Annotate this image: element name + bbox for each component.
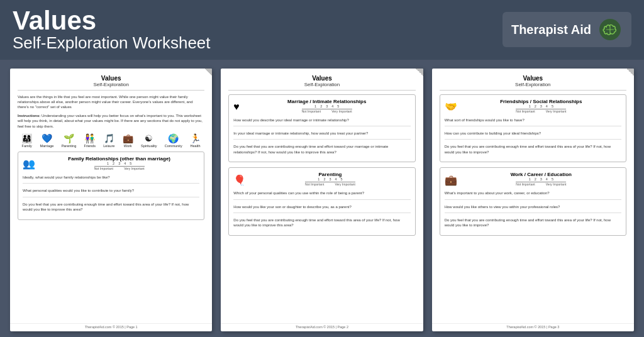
work-section-header: 💼 Work / Career / Education 1 2 3 4 5 — [445, 172, 621, 188]
page-1-title: Values — [18, 75, 204, 82]
corner-fold-3 — [626, 69, 634, 76]
page-1-footer: TherapistAid.com © 2015 | Page 1 — [10, 323, 212, 329]
page-1-header: Values Self-Exploration — [18, 75, 204, 91]
friendships-scale-numbers: 1 2 3 4 5 — [461, 104, 621, 108]
friendships-scale-labels: Not Important Very Important — [516, 109, 566, 113]
main-subtitle: Self-Exploration Worksheet — [13, 34, 211, 52]
parenting-q3: Do you feel that you are contributing en… — [233, 218, 410, 231]
page-2-footer: TherapistAid.com © 2015 | Page 2 — [221, 323, 423, 329]
parenting-scale: 1 2 3 4 5 Not Important Very Important — [250, 177, 410, 186]
header-title-block: Values Self-Exploration Worksheet — [13, 8, 211, 52]
logo-area: Therapist Aid — [502, 12, 631, 47]
marriage-q1: How would you describe your ideal marria… — [233, 118, 410, 126]
icon-spirituality: ☯ Spirituality — [141, 134, 157, 148]
family-q1: Ideally, what would your family relation… — [23, 175, 199, 184]
friendships-title-area: Friendships / Social Relationships 1 2 3… — [461, 99, 621, 115]
work-q2: How would you like others to view you wi… — [445, 204, 621, 213]
work-scale: 1 2 3 4 5 Not Important Very Important — [461, 177, 621, 186]
parenting-scale-labels: Not Important Very Important — [305, 182, 355, 186]
icon-community: 🌍 Community — [165, 134, 182, 148]
marriage-title-area: Marriage / Intimate Relationships 1 2 3 … — [243, 99, 411, 115]
scale-left: Not Important — [94, 167, 113, 170]
marriage-q2: In your ideal marriage or intimate relat… — [233, 131, 410, 140]
instructions-text: Instructions: Understanding your values … — [18, 113, 204, 129]
icon-marriage: 💙 Marriage — [40, 134, 54, 148]
instructions-label: Instructions: — [18, 114, 40, 118]
marriage-section-box: ♥ Marriage / Intimate Relationships 1 2 … — [228, 94, 415, 163]
parenting-q2: How would you like your son or daughter … — [233, 204, 410, 213]
intro-body: Values are the things in life that you f… — [18, 95, 193, 109]
corner-fold-2 — [416, 69, 423, 76]
page-header: Values Self-Exploration Worksheet Therap… — [0, 0, 644, 60]
parenting-section-title: Parenting — [250, 172, 410, 177]
main-title: Values — [13, 8, 211, 34]
family-scale: 1 2 3 4 5 Not Important Very Important — [39, 162, 199, 170]
parenting-section-box: 🎈 Parenting 1 2 3 4 5 Not Importa — [228, 167, 415, 236]
icon-work: 💼 Work — [123, 134, 133, 148]
page-3: Values Self-Exploration 🤝 Friendships / … — [432, 69, 634, 331]
work-section-box: 💼 Work / Career / Education 1 2 3 4 5 — [440, 167, 626, 236]
friendships-section-header: 🤝 Friendships / Social Relationships 1 2… — [445, 99, 621, 115]
work-section-title: Work / Career / Education — [461, 172, 621, 177]
family-section-header: 👥 Family Relationships (other than marri… — [23, 156, 199, 172]
work-q1: What's important to you about your work,… — [445, 191, 621, 199]
family-section-title: Family Relationships (other than marriag… — [39, 156, 199, 162]
intro-text: Values are the things in life that you f… — [18, 94, 204, 110]
pages-container: Values Self-Exploration Values are the t… — [0, 60, 644, 337]
icon-family: 👨‍👩‍👧 Family — [21, 134, 32, 148]
marriage-section-header: ♥ Marriage / Intimate Relationships 1 2 … — [233, 99, 410, 115]
work-q3: Do you feel that you are contributing en… — [445, 218, 621, 231]
icons-row: 👨‍👩‍👧 Family 💙 Marriage 🌱 Parenting 👫 Fr… — [18, 134, 204, 148]
page-2-title: Values — [228, 75, 415, 82]
page-2-subtitle: Self-Exploration — [228, 82, 415, 87]
marriage-scale-labels: Not Important Very Important — [302, 109, 352, 113]
work-scale-numbers: 1 2 3 4 5 — [461, 177, 621, 181]
friendships-q1: What sort of friendships would you like … — [445, 118, 621, 126]
page-3-title: Values — [440, 75, 626, 82]
icon-friends: 👫 Friends — [84, 134, 96, 148]
work-title-area: Work / Career / Education 1 2 3 4 5 Not … — [461, 172, 621, 188]
brain-icon — [597, 17, 623, 42]
family-section-icon: 👥 — [23, 158, 35, 170]
friendships-q3: Do you feel that you are contributing en… — [445, 144, 621, 158]
parenting-q1: Which of your personal qualities can you… — [233, 191, 410, 199]
page-1-subtitle: Self-Exploration — [18, 82, 204, 87]
scale-right: Very Important — [124, 167, 145, 170]
marriage-scale: 1 2 3 4 5 Not Important Very Important — [243, 104, 411, 113]
page-3-header: Values Self-Exploration — [440, 75, 626, 91]
page-3-subtitle: Self-Exploration — [440, 82, 626, 87]
scale-labels: Not Important Very Important — [94, 167, 145, 170]
family-section-box: 👥 Family Relationships (other than marri… — [18, 152, 204, 220]
icon-leisure: 🎵 Leisure — [103, 134, 114, 148]
icon-health: 🏃 Health — [190, 134, 201, 148]
work-scale-labels: Not Important Very Important — [516, 182, 566, 186]
marriage-q3: Do you feel that you are contributing en… — [233, 144, 410, 158]
logo-text: Therapist Aid — [511, 23, 591, 37]
marriage-scale-numbers: 1 2 3 4 5 — [243, 104, 411, 108]
family-q2: What personal qualities would you like t… — [23, 188, 199, 197]
parenting-title-area: Parenting 1 2 3 4 5 Not Important Very — [250, 172, 410, 188]
scale-numbers: 1 2 3 4 5 — [39, 162, 199, 165]
page-3-footer: TherapistAid.com © 2015 | Page 3 — [432, 323, 634, 329]
marriage-section-title: Marriage / Intimate Relationships — [243, 99, 411, 104]
parenting-scale-numbers: 1 2 3 4 5 — [250, 177, 410, 181]
friendships-section-title: Friendships / Social Relationships — [461, 99, 621, 104]
family-q3: Do you feel that you are contributing en… — [23, 202, 199, 216]
page-2-header: Values Self-Exploration — [228, 75, 415, 91]
handshake-icon: 🤝 — [445, 101, 457, 113]
page-2: Values Self-Exploration ♥ Marriage / Int… — [221, 69, 423, 331]
heart-icon: ♥ — [233, 101, 240, 113]
briefcase-icon: 💼 — [445, 174, 457, 186]
friendships-scale: 1 2 3 4 5 Not Important Very Important — [461, 104, 621, 113]
family-section-title-area: Family Relationships (other than marriag… — [39, 156, 199, 172]
icon-parenting: 🌱 Parenting — [62, 134, 77, 148]
balloon-icon: 🎈 — [233, 174, 246, 186]
parenting-section-header: 🎈 Parenting 1 2 3 4 5 Not Importa — [233, 172, 410, 188]
corner-fold-1 — [204, 69, 212, 76]
instructions-body: Understanding your values will help you … — [18, 114, 203, 128]
friendships-section-box: 🤝 Friendships / Social Relationships 1 2… — [440, 94, 626, 163]
page-1: Values Self-Exploration Values are the t… — [10, 69, 212, 331]
friendships-q2: How can you contribute to building your … — [445, 131, 621, 140]
